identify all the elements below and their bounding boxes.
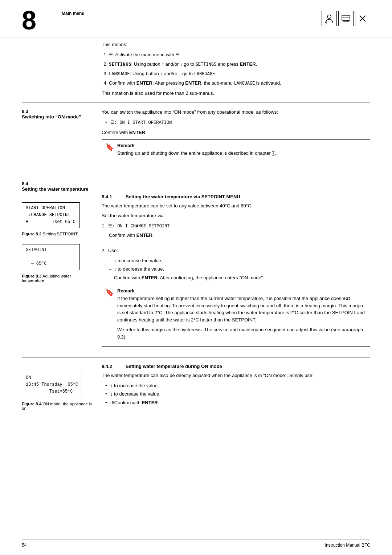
page-content: This means: ☰: Activate the main menu wi…	[0, 41, 392, 435]
fig4-line2: 13:45 Thursday 65°C	[26, 381, 78, 388]
section-8-4-2-bullets: ↑ to increase the value; ↓ to decrease t…	[105, 382, 370, 406]
fig2-line1: START OPERATION	[26, 205, 76, 212]
section-8-4-2-left-top	[22, 364, 102, 369]
section-8-3-left: 8.3 Switching into “ON mode”	[22, 109, 102, 168]
section-8-4-1-header-row: 8.4.1 Setting the water temperature via …	[22, 194, 370, 199]
section-8-4-2: 8.4.2 Setting water temperature during O…	[22, 364, 370, 415]
fig3-line1: SETPOINT	[26, 247, 76, 254]
figure-4-display: ON 13:45 Thursday 65°C Tset=65°C	[22, 372, 82, 398]
divider-2	[22, 175, 370, 175]
settings-display-icon: Y ┤├	[338, 11, 354, 26]
fig3-line2	[26, 254, 76, 260]
section-8-4-2-body: ON 13:45 Thursday 65°C Tset=65°C Figure …	[22, 372, 370, 415]
chapter-number: 8	[22, 7, 51, 33]
remark-1-text: Starting up and shutting down the entire…	[117, 150, 367, 157]
header-middle: Main menu	[62, 7, 322, 16]
page-header: 8 Main menu Y ┤├	[0, 0, 392, 37]
section-8-4-1-figures: START OPERATION ↑↓CHANGE SETPOINT ▼ Tset…	[22, 202, 102, 352]
section-8-4-2-instructions: The water temperature can also be direct…	[102, 372, 370, 415]
page: 8 Main menu Y ┤├	[0, 0, 392, 555]
bullet-8-4-2-1: ↑ to increase the value;	[105, 382, 370, 389]
intro-step-3: LANGUAGE: Using button ↑ and/or ↓ go to …	[109, 70, 370, 77]
notation-note: This notation is also used for more than…	[102, 90, 370, 97]
figure-2-caption: Figure 8.2 Setting SETPOINT	[22, 232, 94, 236]
remark-2-text-2: We refer to this margin as the hysteresi…	[117, 326, 367, 340]
bullet-8-4-2-2: ↓ to decrease the value.	[105, 390, 370, 398]
figure-2-display: START OPERATION ↑↓CHANGE SETPOINT ▼ Tset…	[22, 202, 80, 228]
step1-confirm: Confirm with ENTER.	[109, 232, 370, 239]
figure-3-display: SETPOINT → 65°C	[22, 244, 80, 270]
header-section-title: Main menu	[62, 11, 322, 16]
section-8-3-body: You can switch the appliance into “ON mo…	[102, 109, 370, 116]
remark-2-text: If the temperature setting is higher tha…	[117, 295, 367, 323]
remark-icon-2: 🔖	[105, 288, 114, 343]
dash-item-2: ↓ to decrease the value.	[109, 266, 370, 273]
fig4-line1: ON	[26, 374, 78, 381]
intro-step-1: ☰: Activate the main menu with ☰.	[109, 51, 370, 58]
remark-icon-1: 🔖	[105, 143, 114, 160]
fig3-line3: → 65°C	[26, 260, 76, 267]
svg-text:Y: Y	[343, 16, 344, 17]
intro-step-2: SETTINGS: Using button ↑ and/or ↓ go to …	[109, 61, 370, 68]
section-8-4-2-title-row: 8.4.2 Setting water temperature during O…	[102, 364, 370, 369]
section-8-3-confirm: Confirm with ENTER.	[102, 129, 370, 136]
intro-list: ☰: Activate the main menu with ☰. SETTIN…	[109, 51, 370, 87]
intro-step-4: Confirm with ENTER: After pressing ENTER…	[109, 80, 370, 87]
divider-1	[22, 102, 370, 103]
fig2-line3: ▼ Tset=65°C	[26, 219, 76, 226]
page-footer: 54 Instruction Manual BFC	[22, 539, 370, 548]
section-8-4-1: 8.4.1 Setting the water temperature via …	[22, 194, 370, 352]
section-8-3-remark: 🔖 Remark Starting up and shutting down t…	[102, 139, 370, 163]
this-means-label: This means:	[102, 41, 370, 48]
section-8-3-bullet-list: ☰: ON I START OPERATION	[105, 119, 370, 126]
figure-3-caption: Figure 8.3 Adjusting water temperature	[22, 274, 94, 283]
section-8-4-2-figures: ON 13:45 Thursday 65°C Tset=65°C Figure …	[22, 372, 102, 415]
section-8-4-1-title-row: 8.4.1 Setting the water temperature via …	[102, 194, 370, 199]
section-8-4-header: 8.4 Setting the water temperature	[22, 181, 370, 192]
section-8-4-2-header-right: 8.4.2 Setting water temperature during O…	[102, 364, 370, 369]
section-8-4-left: 8.4 Setting the water temperature	[22, 181, 102, 192]
section-8-3-right: You can switch the appliance into “ON mo…	[102, 109, 370, 168]
section-8-4-1-left-top	[22, 194, 102, 199]
remark-content-1: Remark Starting up and shutting down the…	[117, 143, 367, 160]
page-number: 54	[22, 543, 26, 548]
figure-4-caption: Figure 8.4 ON mode: the appliance is on	[22, 402, 94, 410]
step1: 1. ☰: ON I CHANGE SETPOINT	[102, 222, 370, 230]
header-icons: Y ┤├	[322, 7, 370, 26]
section-8-4-1-instructions: The water temperature can be set to any …	[102, 202, 370, 352]
section-8-4-2-header-row: 8.4.2 Setting water temperature during O…	[22, 364, 370, 369]
manual-title: Instruction Manual BFC	[325, 543, 370, 548]
step2: 2. Use:	[102, 247, 370, 254]
dash-item-3: Confirm with ENTER. After confirming, th…	[109, 274, 370, 281]
remark-content-2: Remark If the temperature setting is hig…	[117, 288, 367, 343]
fig2-line2: ↑↓CHANGE SETPOINT	[26, 212, 76, 219]
svg-point-0	[327, 15, 331, 19]
section-8-3: 8.3 Switching into “ON mode” You can swi…	[22, 109, 370, 168]
step2-dash-list: ↑ to increase the value; ↓ to decrease t…	[109, 257, 370, 281]
dash-item-1: ↑ to increase the value;	[109, 257, 370, 264]
section-8-4-1-body: START OPERATION ↑↓CHANGE SETPOINT ▼ Tset…	[22, 202, 370, 352]
bullet-8-4-2-3: t6Confirm with ENTER	[105, 399, 370, 406]
divider-3	[22, 357, 370, 358]
fig4-line3: Tset=65°C	[26, 388, 78, 395]
section-8-4-1-remark: 🔖 Remark If the temperature setting is h…	[102, 285, 370, 347]
close-icon	[355, 11, 370, 26]
section-8-3-bullet: ☰: ON I START OPERATION	[105, 119, 370, 126]
person-icon	[322, 11, 337, 26]
section-8-4-1-header-right: 8.4.1 Setting the water temperature via …	[102, 194, 370, 199]
intro-section: This means: ☰: Activate the main menu wi…	[102, 41, 370, 97]
section-8-4-right	[102, 181, 370, 192]
